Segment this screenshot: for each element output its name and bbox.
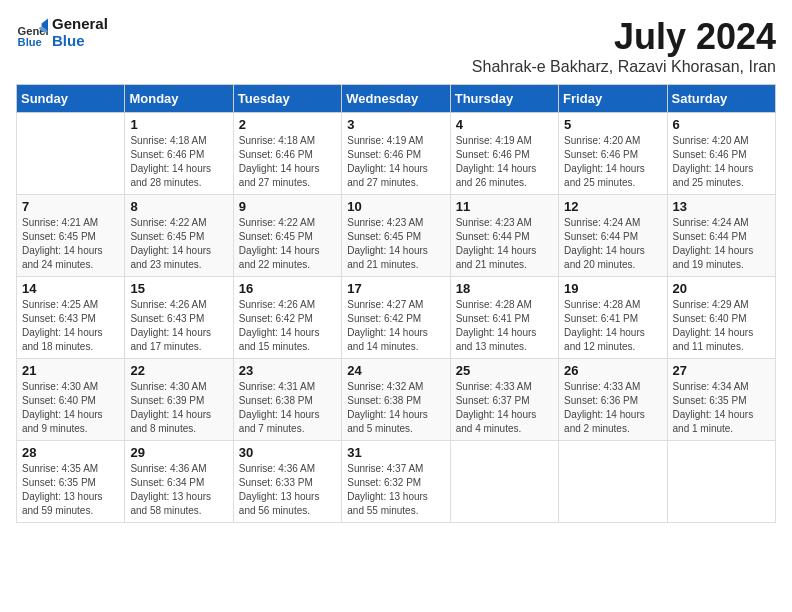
day-number: 17 xyxy=(347,281,444,296)
logo-line1: General xyxy=(52,16,108,33)
day-number: 18 xyxy=(456,281,553,296)
calendar-cell: 25Sunrise: 4:33 AM Sunset: 6:37 PM Dayli… xyxy=(450,359,558,441)
day-number: 2 xyxy=(239,117,336,132)
day-number: 31 xyxy=(347,445,444,460)
day-detail: Sunrise: 4:36 AM Sunset: 6:33 PM Dayligh… xyxy=(239,462,336,518)
day-number: 13 xyxy=(673,199,770,214)
calendar-week-2: 7Sunrise: 4:21 AM Sunset: 6:45 PM Daylig… xyxy=(17,195,776,277)
calendar-cell: 29Sunrise: 4:36 AM Sunset: 6:34 PM Dayli… xyxy=(125,441,233,523)
title-block: July 2024 Shahrak-e Bakharz, Razavi Khor… xyxy=(472,16,776,76)
month-title: July 2024 xyxy=(472,16,776,58)
calendar-cell: 13Sunrise: 4:24 AM Sunset: 6:44 PM Dayli… xyxy=(667,195,775,277)
day-number: 21 xyxy=(22,363,119,378)
day-detail: Sunrise: 4:20 AM Sunset: 6:46 PM Dayligh… xyxy=(673,134,770,190)
day-number: 15 xyxy=(130,281,227,296)
calendar-cell: 4Sunrise: 4:19 AM Sunset: 6:46 PM Daylig… xyxy=(450,113,558,195)
day-detail: Sunrise: 4:23 AM Sunset: 6:45 PM Dayligh… xyxy=(347,216,444,272)
calendar-cell xyxy=(17,113,125,195)
svg-text:Blue: Blue xyxy=(18,35,42,47)
calendar-cell: 14Sunrise: 4:25 AM Sunset: 6:43 PM Dayli… xyxy=(17,277,125,359)
day-number: 9 xyxy=(239,199,336,214)
day-detail: Sunrise: 4:18 AM Sunset: 6:46 PM Dayligh… xyxy=(130,134,227,190)
day-number: 8 xyxy=(130,199,227,214)
day-number: 1 xyxy=(130,117,227,132)
calendar-cell: 1Sunrise: 4:18 AM Sunset: 6:46 PM Daylig… xyxy=(125,113,233,195)
day-number: 7 xyxy=(22,199,119,214)
day-number: 22 xyxy=(130,363,227,378)
calendar-cell: 21Sunrise: 4:30 AM Sunset: 6:40 PM Dayli… xyxy=(17,359,125,441)
day-number: 16 xyxy=(239,281,336,296)
day-detail: Sunrise: 4:22 AM Sunset: 6:45 PM Dayligh… xyxy=(239,216,336,272)
day-detail: Sunrise: 4:22 AM Sunset: 6:45 PM Dayligh… xyxy=(130,216,227,272)
calendar-week-3: 14Sunrise: 4:25 AM Sunset: 6:43 PM Dayli… xyxy=(17,277,776,359)
day-detail: Sunrise: 4:28 AM Sunset: 6:41 PM Dayligh… xyxy=(456,298,553,354)
calendar-cell: 11Sunrise: 4:23 AM Sunset: 6:44 PM Dayli… xyxy=(450,195,558,277)
day-detail: Sunrise: 4:21 AM Sunset: 6:45 PM Dayligh… xyxy=(22,216,119,272)
day-number: 27 xyxy=(673,363,770,378)
calendar-cell: 15Sunrise: 4:26 AM Sunset: 6:43 PM Dayli… xyxy=(125,277,233,359)
calendar-header-row: SundayMondayTuesdayWednesdayThursdayFrid… xyxy=(17,85,776,113)
calendar-cell: 5Sunrise: 4:20 AM Sunset: 6:46 PM Daylig… xyxy=(559,113,667,195)
calendar-cell: 8Sunrise: 4:22 AM Sunset: 6:45 PM Daylig… xyxy=(125,195,233,277)
day-detail: Sunrise: 4:35 AM Sunset: 6:35 PM Dayligh… xyxy=(22,462,119,518)
logo: General Blue General Blue xyxy=(16,16,108,49)
day-number: 20 xyxy=(673,281,770,296)
day-detail: Sunrise: 4:32 AM Sunset: 6:38 PM Dayligh… xyxy=(347,380,444,436)
day-detail: Sunrise: 4:28 AM Sunset: 6:41 PM Dayligh… xyxy=(564,298,661,354)
calendar-cell: 6Sunrise: 4:20 AM Sunset: 6:46 PM Daylig… xyxy=(667,113,775,195)
location-subtitle: Shahrak-e Bakharz, Razavi Khorasan, Iran xyxy=(472,58,776,76)
day-detail: Sunrise: 4:27 AM Sunset: 6:42 PM Dayligh… xyxy=(347,298,444,354)
logo-line2: Blue xyxy=(52,33,108,50)
calendar-cell: 3Sunrise: 4:19 AM Sunset: 6:46 PM Daylig… xyxy=(342,113,450,195)
day-number: 3 xyxy=(347,117,444,132)
day-number: 30 xyxy=(239,445,336,460)
calendar-cell: 24Sunrise: 4:32 AM Sunset: 6:38 PM Dayli… xyxy=(342,359,450,441)
calendar-cell: 20Sunrise: 4:29 AM Sunset: 6:40 PM Dayli… xyxy=(667,277,775,359)
day-detail: Sunrise: 4:18 AM Sunset: 6:46 PM Dayligh… xyxy=(239,134,336,190)
day-number: 24 xyxy=(347,363,444,378)
calendar-cell xyxy=(450,441,558,523)
calendar-body: 1Sunrise: 4:18 AM Sunset: 6:46 PM Daylig… xyxy=(17,113,776,523)
logo-icon: General Blue xyxy=(16,17,48,49)
day-detail: Sunrise: 4:31 AM Sunset: 6:38 PM Dayligh… xyxy=(239,380,336,436)
day-number: 12 xyxy=(564,199,661,214)
calendar-cell: 28Sunrise: 4:35 AM Sunset: 6:35 PM Dayli… xyxy=(17,441,125,523)
col-header-wednesday: Wednesday xyxy=(342,85,450,113)
col-header-friday: Friday xyxy=(559,85,667,113)
day-detail: Sunrise: 4:26 AM Sunset: 6:42 PM Dayligh… xyxy=(239,298,336,354)
calendar-cell: 10Sunrise: 4:23 AM Sunset: 6:45 PM Dayli… xyxy=(342,195,450,277)
calendar-cell: 17Sunrise: 4:27 AM Sunset: 6:42 PM Dayli… xyxy=(342,277,450,359)
day-detail: Sunrise: 4:23 AM Sunset: 6:44 PM Dayligh… xyxy=(456,216,553,272)
calendar-table: SundayMondayTuesdayWednesdayThursdayFrid… xyxy=(16,84,776,523)
day-detail: Sunrise: 4:24 AM Sunset: 6:44 PM Dayligh… xyxy=(564,216,661,272)
calendar-cell: 18Sunrise: 4:28 AM Sunset: 6:41 PM Dayli… xyxy=(450,277,558,359)
calendar-cell xyxy=(667,441,775,523)
day-number: 14 xyxy=(22,281,119,296)
day-number: 10 xyxy=(347,199,444,214)
day-detail: Sunrise: 4:29 AM Sunset: 6:40 PM Dayligh… xyxy=(673,298,770,354)
calendar-cell: 7Sunrise: 4:21 AM Sunset: 6:45 PM Daylig… xyxy=(17,195,125,277)
calendar-cell: 9Sunrise: 4:22 AM Sunset: 6:45 PM Daylig… xyxy=(233,195,341,277)
day-detail: Sunrise: 4:30 AM Sunset: 6:40 PM Dayligh… xyxy=(22,380,119,436)
calendar-week-4: 21Sunrise: 4:30 AM Sunset: 6:40 PM Dayli… xyxy=(17,359,776,441)
calendar-week-1: 1Sunrise: 4:18 AM Sunset: 6:46 PM Daylig… xyxy=(17,113,776,195)
calendar-cell: 30Sunrise: 4:36 AM Sunset: 6:33 PM Dayli… xyxy=(233,441,341,523)
col-header-thursday: Thursday xyxy=(450,85,558,113)
calendar-cell: 19Sunrise: 4:28 AM Sunset: 6:41 PM Dayli… xyxy=(559,277,667,359)
calendar-cell: 12Sunrise: 4:24 AM Sunset: 6:44 PM Dayli… xyxy=(559,195,667,277)
day-number: 5 xyxy=(564,117,661,132)
day-detail: Sunrise: 4:24 AM Sunset: 6:44 PM Dayligh… xyxy=(673,216,770,272)
day-detail: Sunrise: 4:36 AM Sunset: 6:34 PM Dayligh… xyxy=(130,462,227,518)
day-number: 28 xyxy=(22,445,119,460)
day-detail: Sunrise: 4:26 AM Sunset: 6:43 PM Dayligh… xyxy=(130,298,227,354)
calendar-cell: 16Sunrise: 4:26 AM Sunset: 6:42 PM Dayli… xyxy=(233,277,341,359)
day-number: 23 xyxy=(239,363,336,378)
day-number: 26 xyxy=(564,363,661,378)
day-number: 4 xyxy=(456,117,553,132)
calendar-cell: 22Sunrise: 4:30 AM Sunset: 6:39 PM Dayli… xyxy=(125,359,233,441)
day-number: 6 xyxy=(673,117,770,132)
day-detail: Sunrise: 4:33 AM Sunset: 6:37 PM Dayligh… xyxy=(456,380,553,436)
day-detail: Sunrise: 4:30 AM Sunset: 6:39 PM Dayligh… xyxy=(130,380,227,436)
day-number: 29 xyxy=(130,445,227,460)
day-detail: Sunrise: 4:20 AM Sunset: 6:46 PM Dayligh… xyxy=(564,134,661,190)
